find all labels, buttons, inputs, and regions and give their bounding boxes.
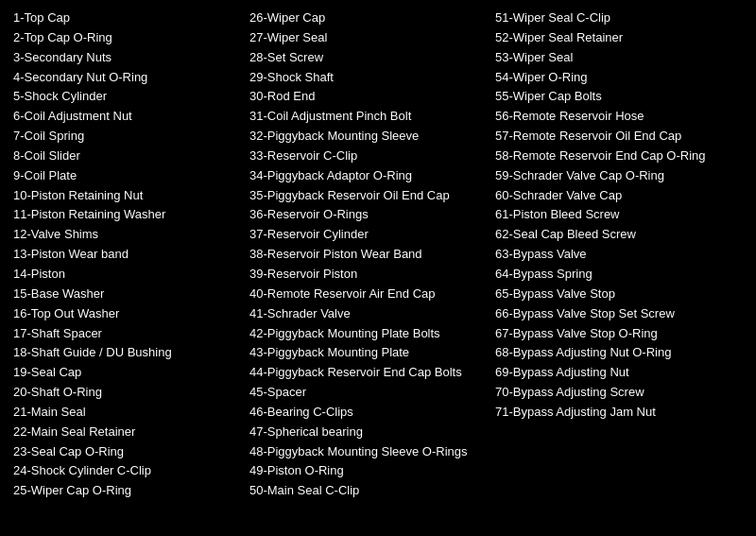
list-item: 35-Piggyback Reservoir Oil End Cap <box>249 187 495 205</box>
list-item: 14-Piston <box>13 266 249 284</box>
list-item: 40-Remote Reservoir Air End Cap <box>249 285 495 303</box>
list-item: 30-Rod End <box>249 88 495 106</box>
list-item: 18-Shaft Guide / DU Bushing <box>13 344 249 362</box>
list-item: 67-Bypass Valve Stop O-Ring <box>495 325 756 343</box>
list-item: 54-Wiper O-Ring <box>495 69 756 87</box>
list-item: 23-Seal Cap O-Ring <box>13 443 249 461</box>
list-item: 47-Spherical bearing <box>249 424 495 441</box>
list-item: 52-Wiper Seal Retainer <box>495 29 756 47</box>
list-item: 24-Shock Cylinder C-Clip <box>13 462 249 480</box>
list-item: 61-Piston Bleed Screw <box>495 206 756 224</box>
list-item: 48-Piggyback Mounting Sleeve O-Rings <box>249 443 495 461</box>
list-item: 6-Coil Adjustment Nut <box>13 108 249 126</box>
list-item: 5-Shock Cylinder <box>13 88 249 106</box>
list-item: 7-Coil Spring <box>13 128 249 146</box>
list-item: 21-Main Seal <box>13 404 249 422</box>
list-item: 64-Bypass Spring <box>495 266 756 284</box>
list-item: 32-Piggyback Mounting Sleeve <box>249 128 495 146</box>
list-item: 71-Bypass Adjusting Jam Nut <box>495 404 756 422</box>
list-item: 36-Reservoir O-Rings <box>249 206 495 224</box>
list-item: 29-Shock Shaft <box>249 69 495 87</box>
list-item: 58-Remote Reservoir End Cap O-Ring <box>495 147 756 165</box>
list-item: 28-Set Screw <box>249 49 495 67</box>
list-item: 66-Bypass Valve Stop Set Screw <box>495 305 756 323</box>
main-content: 1-Top Cap2-Top Cap O-Ring3-Secondary Nut… <box>0 0 756 536</box>
list-item: 33-Reservoir C-Clip <box>249 147 495 165</box>
list-item: 44-Piggyback Reservoir End Cap Bolts <box>249 364 495 382</box>
list-item: 10-Piston Retaining Nut <box>13 187 249 205</box>
list-item: 16-Top Out Washer <box>13 305 249 323</box>
list-item: 3-Secondary Nuts <box>13 49 249 67</box>
list-item: 43-Piggyback Mounting Plate <box>249 344 495 362</box>
list-item: 27-Wiper Seal <box>249 29 495 47</box>
list-item: 55-Wiper Cap Bolts <box>495 88 756 106</box>
list-item: 41-Schrader Valve <box>249 305 495 323</box>
list-item: 38-Reservoir Piston Wear Band <box>249 246 495 264</box>
list-item: 20-Shaft O-Ring <box>13 384 249 402</box>
list-item: 68-Bypass Adjusting Nut O-Ring <box>495 344 756 362</box>
list-item: 34-Piggyback Adaptor O-Ring <box>249 167 495 185</box>
list-item: 45-Spacer <box>249 384 495 402</box>
list-item: 13-Piston Wear band <box>13 246 249 264</box>
list-item: 25-Wiper Cap O-Ring <box>13 482 249 500</box>
list-item: 37-Reservoir Cylinder <box>249 226 495 244</box>
list-item: 62-Seal Cap Bleed Screw <box>495 226 756 244</box>
column-2: 26-Wiper Cap27-Wiper Seal28-Set Screw29-… <box>249 9 495 527</box>
list-item: 63-Bypass Valve <box>495 246 756 264</box>
list-item: 70-Bypass Adjusting Screw <box>495 384 756 402</box>
list-item: 60-Schrader Valve Cap <box>495 187 756 205</box>
list-item: 42-Piggyback Mounting Plate Bolts <box>249 325 495 343</box>
list-item: 57-Remote Reservoir Oil End Cap <box>495 128 756 146</box>
list-item: 50-Main Seal C-Clip <box>249 482 495 500</box>
list-item: 9-Coil Plate <box>13 167 249 185</box>
list-item: 65-Bypass Valve Stop <box>495 285 756 303</box>
list-item: 4-Secondary Nut O-Ring <box>13 69 249 87</box>
list-item: 17-Shaft Spacer <box>13 325 249 343</box>
list-item: 19-Seal Cap <box>13 364 249 382</box>
list-item: 22-Main Seal Retainer <box>13 424 249 441</box>
list-item: 2-Top Cap O-Ring <box>13 29 249 47</box>
list-item: 12-Valve Shims <box>13 226 249 244</box>
list-item: 1-Top Cap <box>13 9 249 27</box>
list-item: 49-Piston O-Ring <box>249 462 495 480</box>
list-item: 51-Wiper Seal C-Clip <box>495 9 756 27</box>
list-item: 53-Wiper Seal <box>495 49 756 67</box>
list-item: 11-Piston Retaining Washer <box>13 206 249 224</box>
list-item: 26-Wiper Cap <box>249 9 495 27</box>
list-item: 31-Coil Adjustment Pinch Bolt <box>249 108 495 126</box>
list-item: 46-Bearing C-Clips <box>249 404 495 422</box>
list-item: 39-Reservoir Piston <box>249 266 495 284</box>
column-1: 1-Top Cap2-Top Cap O-Ring3-Secondary Nut… <box>13 9 249 527</box>
list-item: 15-Base Washer <box>13 285 249 303</box>
list-item: 69-Bypass Adjusting Nut <box>495 364 756 382</box>
list-item: 59-Schrader Valve Cap O-Ring <box>495 167 756 185</box>
list-item: 56-Remote Reservoir Hose <box>495 108 756 126</box>
column-3: 51-Wiper Seal C-Clip52-Wiper Seal Retain… <box>495 9 756 527</box>
list-item: 8-Coil Slider <box>13 147 249 165</box>
